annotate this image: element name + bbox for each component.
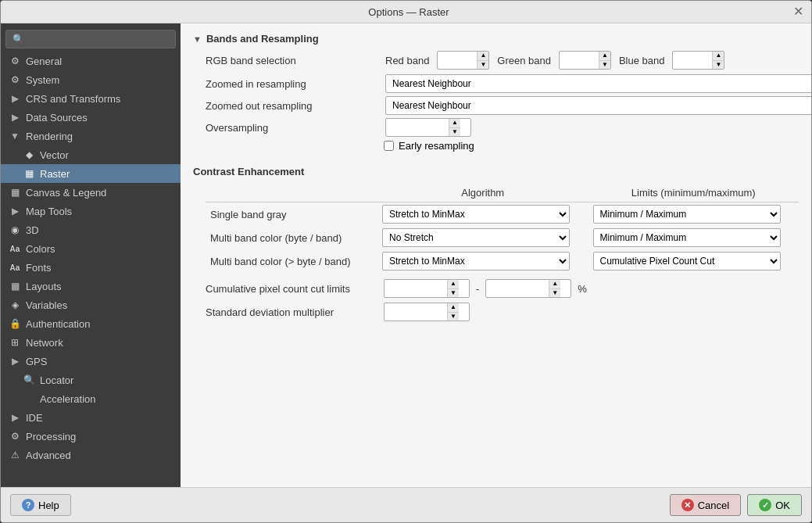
blue-down-btn[interactable]: ▼ — [713, 60, 724, 70]
sidebar-item-fonts[interactable]: Aa Fonts — [1, 258, 181, 277]
sidebar-item-crs[interactable]: ▶ CRS and Transforms — [1, 89, 181, 108]
red-band-label: Red band — [385, 55, 429, 66]
red-band-spinner: 1 ▲ ▼ — [437, 51, 489, 70]
cumulative-min-spinner: 2,0 ▲ ▼ — [384, 279, 470, 298]
sidebar-item-rendering[interactable]: ▼ Rendering — [1, 127, 181, 145]
sidebar-item-vector[interactable]: ◆ Vector — [1, 145, 181, 164]
contrast-section: Contrast Enhancement Algorithm Limits (m… — [193, 166, 799, 321]
multi-gt-byte-limits-select[interactable]: Cumulative Pixel Count Cut Minimum / Max… — [593, 252, 781, 270]
sidebar-item-variables[interactable]: ◈ Variables — [1, 296, 181, 314]
cum-max-down-btn[interactable]: ▼ — [549, 288, 560, 298]
sidebar-item-3d[interactable]: ◉ 3D — [1, 220, 181, 239]
red-band-input[interactable]: 1 — [438, 52, 477, 69]
cum-min-down-btn[interactable]: ▼ — [448, 288, 459, 298]
blue-band-label: Blue band — [619, 55, 665, 66]
stddev-row: Standard deviation multiplier 2,00 ▲ ▼ — [206, 303, 799, 321]
single-band-algorithm-select[interactable]: Stretch to MinMax No Stretch Stretch and… — [382, 205, 570, 224]
sidebar-item-authentication[interactable]: 🔒 Authentication — [1, 314, 181, 333]
sidebar-item-data-sources[interactable]: ▶ Data Sources — [1, 108, 181, 127]
zoomed-in-select[interactable]: Nearest Neighbour Bilinear Cubic — [385, 74, 811, 93]
cum-min-up-btn[interactable]: ▲ — [448, 280, 459, 288]
table-row: Multi band color (> byte / band) Stretch… — [206, 249, 799, 273]
oversample-down-btn[interactable]: ▼ — [449, 127, 460, 137]
expand-icon: ▶ — [9, 111, 21, 124]
colors-icon: Aa — [9, 242, 21, 255]
early-resampling-checkbox[interactable] — [384, 141, 394, 151]
expand-icon: ▶ — [9, 92, 21, 105]
bottom-bar: ? Help ✕ Cancel ✓ OK — [1, 487, 811, 522]
search-input[interactable] — [5, 30, 176, 48]
stddev-label: Standard deviation multiplier — [206, 306, 377, 318]
sidebar-item-canvas[interactable]: ▦ Canvas & Legend — [1, 183, 181, 202]
sidebar-item-raster[interactable]: ▦ Raster — [1, 164, 181, 183]
zoomed-out-select[interactable]: Nearest Neighbour Bilinear Cubic — [385, 96, 811, 115]
cumulative-max-input[interactable]: 98,0 — [486, 280, 549, 297]
help-button[interactable]: ? Help — [10, 494, 71, 516]
cumulative-unit: % — [578, 283, 587, 295]
close-button[interactable]: ✕ — [793, 5, 803, 18]
oversample-up-btn[interactable]: ▲ — [449, 119, 460, 127]
gear-icon: ⚙ — [9, 55, 21, 67]
sidebar-item-advanced[interactable]: ⚠ Advanced — [1, 446, 181, 464]
expand-icon: ▼ — [9, 130, 21, 142]
sidebar-item-layouts[interactable]: ▦ Layouts — [1, 277, 181, 296]
cumulative-row: Cumulative pixel count cut limits 2,0 ▲ … — [206, 279, 799, 298]
expand-icon: ▶ — [9, 411, 21, 424]
blank-header — [206, 184, 377, 202]
sidebar-item-map-tools[interactable]: ▶ Map Tools — [1, 202, 181, 220]
bands-section: ▼ Bands and Resampling RGB band selectio… — [193, 33, 799, 152]
sidebar-item-general[interactable]: ⚙ General — [1, 52, 181, 70]
stddev-up-btn[interactable]: ▲ — [448, 303, 459, 312]
contrast-table: Algorithm Limits (minimum/maximum) Singl… — [206, 184, 799, 273]
green-band-input[interactable]: 2 — [560, 52, 599, 69]
sidebar-item-system[interactable]: ⚙ System — [1, 70, 181, 89]
red-up-btn[interactable]: ▲ — [478, 52, 488, 60]
sidebar-item-colors[interactable]: Aa Colors — [1, 239, 181, 258]
sidebar-item-locator[interactable]: 🔍 Locator — [1, 371, 181, 389]
single-band-limits-cell: Minimum / Maximum Cumulative Pixel Count… — [588, 202, 799, 227]
early-resampling-row: Early resampling — [384, 140, 799, 152]
multi-byte-label: Multi band color (byte / band) — [206, 226, 377, 249]
cum-max-up-btn[interactable]: ▲ — [549, 280, 560, 288]
zoomed-in-label: Zoomed in resampling — [206, 78, 377, 90]
green-band-label: Green band — [497, 55, 551, 66]
vector-icon: ◆ — [23, 149, 35, 161]
lock-icon: 🔒 — [9, 317, 21, 330]
multi-gt-byte-algorithm-select[interactable]: Stretch to MinMax No Stretch Stretch and… — [382, 252, 570, 270]
single-band-limits-select[interactable]: Minimum / Maximum Cumulative Pixel Count… — [593, 205, 781, 224]
main-panel: ▼ Bands and Resampling RGB band selectio… — [181, 23, 811, 487]
sidebar-item-gps[interactable]: ▶ GPS — [1, 352, 181, 371]
blue-band-spinner: 3 ▲ ▼ — [672, 51, 724, 70]
cancel-button[interactable]: ✕ Cancel — [670, 494, 741, 516]
expand-icon: ▶ — [9, 205, 21, 217]
green-band-spinner: 2 ▲ ▼ — [559, 51, 611, 70]
ok-button[interactable]: ✓ OK — [747, 494, 802, 516]
sidebar-item-acceleration[interactable]: Acceleration — [1, 389, 181, 408]
sidebar: ⚙ General ⚙ System ▶ CRS and Transforms … — [1, 23, 181, 487]
table-row: Multi band color (byte / band) No Stretc… — [206, 226, 799, 249]
multi-byte-limits-select[interactable]: Minimum / Maximum Cumulative Pixel Count… — [593, 228, 781, 247]
oversampling-spinner: 2,00 ▲ ▼ — [385, 118, 471, 137]
stddev-input[interactable]: 2,00 — [385, 303, 447, 321]
blue-up-btn[interactable]: ▲ — [713, 52, 724, 60]
stddev-down-btn[interactable]: ▼ — [448, 312, 459, 321]
sidebar-item-processing[interactable]: ⚙ Processing — [1, 427, 181, 446]
blue-band-input[interactable]: 3 — [673, 52, 712, 69]
multi-byte-algorithm-select[interactable]: No Stretch Stretch to MinMax Stretch and… — [382, 228, 570, 247]
multi-gt-byte-limits-cell: Cumulative Pixel Count Cut Minimum / Max… — [588, 249, 799, 273]
multi-gt-byte-algorithm-cell: Stretch to MinMax No Stretch Stretch and… — [377, 249, 588, 273]
fonts-icon: Aa — [9, 261, 21, 274]
rgb-selection-row: RGB band selection Red band 1 ▲ ▼ Green … — [206, 51, 799, 70]
red-down-btn[interactable]: ▼ — [478, 60, 488, 70]
warning-icon: ⚠ — [9, 449, 21, 461]
cumulative-separator: - — [476, 283, 479, 295]
single-band-label: Single band gray — [206, 202, 377, 227]
green-up-btn[interactable]: ▲ — [599, 52, 610, 60]
oversampling-input[interactable]: 2,00 — [386, 119, 449, 136]
sidebar-item-network[interactable]: ⊞ Network — [1, 333, 181, 352]
sidebar-item-ide[interactable]: ▶ IDE — [1, 408, 181, 427]
multi-byte-algorithm-cell: No Stretch Stretch to MinMax Stretch and… — [377, 226, 588, 249]
green-down-btn[interactable]: ▼ — [599, 60, 610, 70]
cumulative-min-input[interactable]: 2,0 — [385, 280, 447, 297]
processing-icon: ⚙ — [9, 430, 21, 442]
